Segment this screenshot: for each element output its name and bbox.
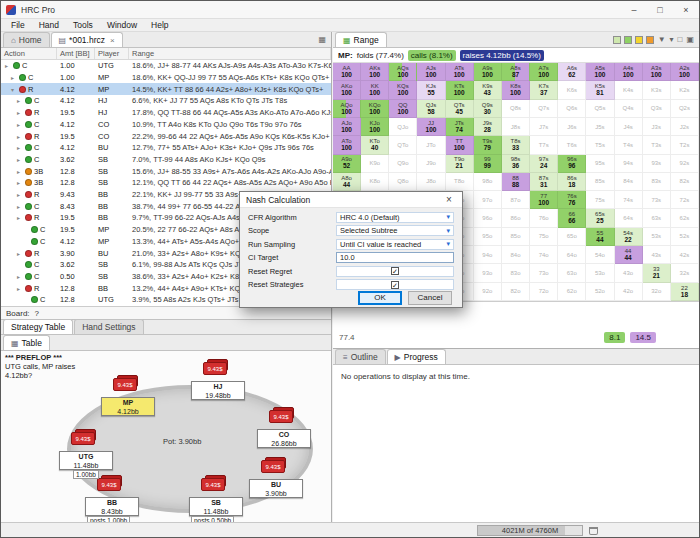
palette-swatch-2[interactable]	[635, 36, 643, 44]
expand-icon[interactable]: ▸	[17, 97, 23, 104]
hand-cell-kqo[interactable]: KQo100	[361, 100, 389, 118]
hand-cell-87o[interactable]: 87o	[502, 191, 530, 209]
player-box-sb[interactable]: SB11.48bb	[189, 497, 243, 516]
memory-gauge[interactable]: 4021M of 4760M	[477, 525, 583, 536]
player-box-utg[interactable]: UTG11.48bb	[59, 451, 113, 470]
dialog-close-icon[interactable]: ×	[442, 194, 456, 205]
expand-icon[interactable]: ▸	[17, 109, 23, 116]
hand-cell-t9s[interactable]: T9s79	[474, 136, 502, 154]
hand-cell-54s[interactable]: 54s22	[615, 228, 643, 246]
hand-cell-97o[interactable]: 97o	[474, 191, 502, 209]
tree-row[interactable]: ▾R4.12MP14.5%, KK+ TT 88 66 44 A2s+ A8o+…	[1, 83, 331, 95]
hand-cell-77[interactable]: 77100	[530, 191, 558, 209]
hand-cell-65s[interactable]: 65s25	[586, 209, 614, 227]
hand-cell-76o[interactable]: 76o	[530, 209, 558, 227]
raises-stat[interactable]: raises 4.12bb (14.5%)	[460, 50, 544, 61]
maximize-panel-icon[interactable]: ▣	[686, 35, 694, 44]
hand-cell-k3s[interactable]: K3s	[643, 81, 671, 99]
hand-cell-k2s[interactable]: K2s	[671, 81, 699, 99]
tree-row[interactable]: ▸C1.00UTG18.6%, JJ+ 88-77 44 AKs AJs-A9s…	[1, 60, 331, 72]
hand-cell-72s[interactable]: 72s	[671, 191, 699, 209]
hand-cell-52s[interactable]: 52s	[671, 228, 699, 246]
hand-cell-83s[interactable]: 83s	[643, 173, 671, 191]
expand-icon[interactable]: ▸	[17, 250, 23, 257]
hand-cell-62s[interactable]: 62s	[671, 209, 699, 227]
hand-cell-72o[interactable]: 72o	[530, 283, 558, 301]
hand-cell-97s[interactable]: 97s24	[530, 155, 558, 173]
calls-stat[interactable]: calls (8.1%)	[408, 50, 456, 61]
hand-cell-87s[interactable]: 87s31	[530, 173, 558, 191]
ok-button[interactable]: OK	[358, 291, 402, 305]
menu-window[interactable]: Window	[100, 20, 144, 30]
hand-cell-a9s[interactable]: A9s100	[474, 63, 502, 81]
hand-cell-64s[interactable]: 64s	[615, 209, 643, 227]
expand-icon[interactable]: ▸	[17, 168, 23, 175]
hand-cell-82s[interactable]: 82s	[671, 173, 699, 191]
hand-cell-85s[interactable]: 85s	[586, 173, 614, 191]
hand-cell-88[interactable]: 8888	[502, 173, 530, 191]
column-action[interactable]: Action	[1, 48, 57, 59]
hand-cell-aks[interactable]: AKs100	[361, 63, 389, 81]
palette-swatch-0[interactable]	[613, 36, 621, 44]
hand-cell-jts[interactable]: JTs74	[446, 118, 474, 136]
hand-cell-qjo[interactable]: QJo	[389, 118, 417, 136]
tree-row[interactable]: ▸R19.5HJ17.8%, QQ TT-88 66 44 AQs-A5s A3…	[1, 107, 331, 119]
hand-cell-qts[interactable]: QTs45	[446, 100, 474, 118]
hand-cell-k6s[interactable]: K6s	[558, 81, 586, 99]
palette-swatch-3[interactable]	[646, 36, 654, 44]
hand-cell-84s[interactable]: 84s	[615, 173, 643, 191]
hand-cell-a7s[interactable]: A7s100	[530, 63, 558, 81]
tree-row[interactable]: ▸C4.12HJ6.6%, KK+ JJ 77 55 AQs A8s KTo Q…	[1, 95, 331, 107]
hand-cell-t6s[interactable]: T6s	[558, 136, 586, 154]
hand-cell-j8o[interactable]: J8o	[417, 173, 445, 191]
hand-cell-j7s[interactable]: J7s	[530, 118, 558, 136]
filter-icon[interactable]: ▼	[658, 35, 666, 44]
tree-row[interactable]: ▸C4.12CO10.9%, TT A4o K8s KTo QJo Q9o T6…	[1, 119, 331, 131]
expand-icon[interactable]: ▸	[17, 214, 23, 221]
hand-cell-ako[interactable]: AKo100	[333, 81, 361, 99]
cancel-button[interactable]: Cancel	[408, 291, 452, 305]
dialog-title-bar[interactable]: Nash Calculation ×	[240, 192, 462, 208]
hand-cell-jto[interactable]: JTo	[417, 136, 445, 154]
hand-cell-85o[interactable]: 85o	[502, 228, 530, 246]
hand-cell-95o[interactable]: 95o	[474, 228, 502, 246]
hand-cell-t2s[interactable]: T2s	[671, 136, 699, 154]
hand-cell-52o[interactable]: 52o	[586, 283, 614, 301]
tree-row[interactable]: ▸R19.5CO22.2%, 99-66 44 22 AQs+ A6s-A5s …	[1, 130, 331, 142]
hand-cell-22[interactable]: 2218	[671, 283, 699, 301]
hand-cell-kjo[interactable]: KJo100	[361, 118, 389, 136]
hand-cell-42s[interactable]: 42s	[671, 246, 699, 264]
hand-cell-98o[interactable]: 98o	[474, 173, 502, 191]
checkbox-reset-strategies[interactable]: ✓	[391, 281, 399, 289]
hand-cell-t8s[interactable]: T8s33	[502, 136, 530, 154]
hand-cell-64o[interactable]: 64o	[558, 246, 586, 264]
hand-cell-aa[interactable]: AA100	[333, 63, 361, 81]
hand-cell-63s[interactable]: 63s	[643, 209, 671, 227]
close-icon[interactable]: ×	[673, 1, 699, 18]
tab-outline[interactable]: ≡ Outline	[335, 349, 386, 364]
hand-cell-83o[interactable]: 83o	[502, 264, 530, 282]
expand-icon[interactable]: ▸	[5, 62, 11, 69]
hand-cell-94s[interactable]: 94s	[615, 155, 643, 173]
expand-icon[interactable]: ▸	[17, 179, 23, 186]
hand-cell-a2s[interactable]: A2s100	[671, 63, 699, 81]
hand-cell-98s[interactable]: 98s36	[502, 155, 530, 173]
tab-strategy-table[interactable]: Strategy Table	[3, 319, 73, 334]
tab-progress[interactable]: ▶ Progress	[387, 349, 446, 364]
hand-cell-ats[interactable]: ATs100	[446, 63, 474, 81]
hand-cell-t3s[interactable]: T3s	[643, 136, 671, 154]
column-range[interactable]: Range	[129, 48, 331, 59]
tree-row[interactable]: ▸C4.12BU12.7%, 77+ 55 ATs+ AJo+ K3s+ KJo…	[1, 142, 331, 154]
hand-cell-32o[interactable]: 32o	[643, 283, 671, 301]
menu-file[interactable]: File	[4, 20, 32, 30]
hand-cell-43o[interactable]: 43o	[615, 264, 643, 282]
hand-cell-54o[interactable]: 54o	[586, 246, 614, 264]
hand-cell-53o[interactable]: 53o	[586, 264, 614, 282]
expand-icon[interactable]: ▸	[17, 273, 23, 280]
hand-cell-74s[interactable]: 74s	[615, 191, 643, 209]
hand-cell-a6s[interactable]: A6s62	[558, 63, 586, 81]
folds-stat[interactable]: folds (77.4%)	[357, 51, 404, 60]
hand-cell-42o[interactable]: 42o	[615, 283, 643, 301]
menu-tools[interactable]: Tools	[66, 20, 100, 30]
expand-icon[interactable]: ▸	[17, 156, 23, 163]
